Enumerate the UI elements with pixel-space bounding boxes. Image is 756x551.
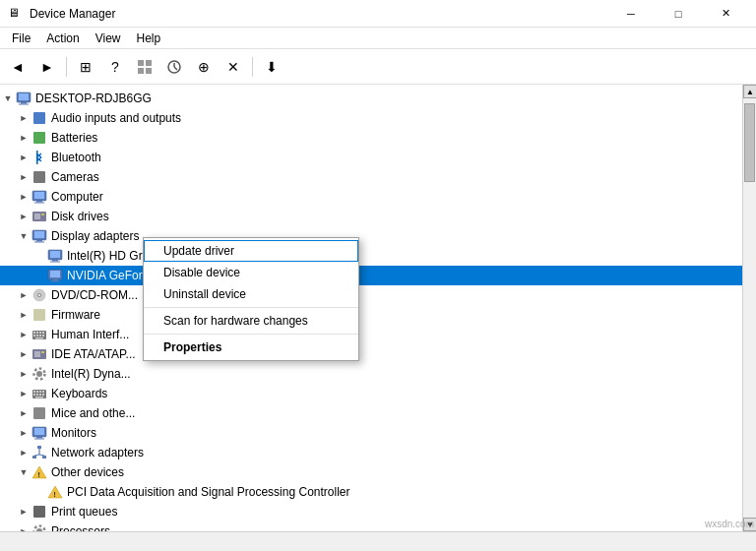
menu-item-file[interactable]: File	[4, 28, 38, 49]
tree-item-intel[interactable]: ►Intel(R) HD Graphics 520	[0, 246, 742, 266]
svg-rect-3	[146, 68, 152, 74]
tree-label-bluetooth: Bluetooth	[51, 151, 101, 164]
tree-icon-displayadapters	[32, 228, 47, 244]
menu-item-view[interactable]: View	[88, 28, 129, 49]
svg-rect-28	[36, 240, 42, 242]
svg-rect-0	[138, 60, 144, 66]
toolbar-back-button[interactable]: ◄	[4, 53, 32, 81]
tree-item-inteldyn[interactable]: ►Intel(R) Dyna...	[0, 364, 742, 384]
tree-expander-displayadapters[interactable]: ▼	[16, 228, 32, 244]
tree-expander-network[interactable]: ►	[16, 445, 32, 460]
tree-expander-printqueues[interactable]: ►	[16, 504, 32, 520]
tree-item-printqueues[interactable]: ►Print queues	[0, 502, 742, 521]
tree-item-computer[interactable]: ►Computer	[0, 187, 742, 207]
tree-item-nvidia[interactable]: ►NVIDIA GeForce 940M	[0, 266, 742, 285]
svg-rect-61	[42, 391, 44, 393]
tree-item-dvdcd[interactable]: ►DVD/CD-ROM...	[0, 285, 742, 305]
svg-point-55	[36, 371, 42, 377]
tree-expander-keyboards[interactable]: ►	[16, 386, 32, 401]
svg-rect-41	[33, 309, 45, 321]
tree-expander-ideata[interactable]: ►	[16, 346, 32, 362]
toolbar-download-button[interactable]: ⬇	[258, 53, 285, 81]
toolbar-grid-button[interactable]: ⊞	[72, 53, 99, 81]
tree-item-cameras[interactable]: ►Cameras	[0, 167, 742, 187]
tree-expander-monitors[interactable]: ►	[16, 425, 32, 441]
tree-item-batteries[interactable]: ►Batteries	[0, 128, 742, 148]
tree-label-inteldyn: Intel(R) Dyna...	[51, 367, 131, 381]
svg-text:!: !	[53, 490, 56, 499]
tree-icon-monitors	[32, 425, 47, 441]
tree-label-processors: Processors	[51, 524, 110, 531]
tree-item-monitors[interactable]: ►Monitors	[0, 423, 742, 443]
tree-expander-cameras[interactable]: ►	[16, 169, 32, 185]
tree-expander-processors[interactable]: ►	[16, 523, 32, 531]
tree-label-displayadapters: Display adapters	[51, 229, 139, 243]
context-menu: Update driverDisable deviceUninstall dev…	[143, 237, 359, 361]
tree-item-processors[interactable]: ►Processors	[0, 521, 742, 531]
toolbar-add-button[interactable]: ⊕	[190, 53, 218, 81]
scroll-up-button[interactable]: ▲	[743, 85, 756, 98]
context-menu-item-update[interactable]: Update driver	[144, 240, 358, 262]
tree-item-other[interactable]: ▼!Other devices	[0, 462, 742, 482]
toolbar-forward-button[interactable]: ►	[33, 53, 61, 81]
maximize-button[interactable]: □	[656, 0, 701, 28]
tree-expander-bluetooth[interactable]: ►	[16, 150, 32, 165]
tree-item-ideata[interactable]: ►IDE ATA/ATAP...	[0, 344, 742, 364]
tree-item-keyboards[interactable]: ►Keyboards	[0, 384, 742, 403]
svg-rect-60	[39, 391, 41, 393]
menu-item-help[interactable]: Help	[129, 28, 169, 49]
tree-item-displayadapters[interactable]: ▼Display adapters	[0, 226, 742, 246]
tree-icon-keyboards	[32, 386, 47, 401]
tree-icon-computer	[32, 189, 47, 205]
tree-expander-inteldyn[interactable]: ►	[16, 366, 32, 382]
tree-expander-audio[interactable]: ►	[16, 110, 32, 126]
svg-rect-12	[33, 132, 45, 144]
tree-item-root[interactable]: ▼DESKTOP-RDJB6GG	[0, 89, 742, 108]
svg-rect-20	[34, 192, 44, 199]
tree-item-humanintf[interactable]: ►Human Interf...	[0, 325, 742, 344]
tree-item-audio[interactable]: ►Audio inputs and outputs	[0, 108, 742, 128]
tree-expander-other[interactable]: ▼	[16, 464, 32, 480]
svg-rect-67	[33, 407, 45, 419]
close-button[interactable]: ✕	[703, 0, 748, 28]
tree-expander-computer[interactable]: ►	[16, 189, 32, 205]
context-menu-item-uninstall[interactable]: Uninstall device	[144, 283, 358, 305]
menu-item-action[interactable]: Action	[38, 28, 87, 49]
tree-label-batteries: Batteries	[51, 131, 97, 145]
tree-expander-root[interactable]: ▼	[0, 91, 16, 106]
toolbar-btn3[interactable]	[131, 53, 158, 81]
toolbar-btn4[interactable]	[160, 53, 188, 81]
device-tree[interactable]: ▼DESKTOP-RDJB6GG►Audio inputs and output…	[0, 85, 742, 531]
tree-icon-nvidia	[47, 268, 63, 283]
toolbar-remove-button[interactable]: ✕	[220, 53, 247, 81]
toolbar-help-button[interactable]: ?	[101, 53, 129, 81]
tree-expander-diskdrives[interactable]: ►	[16, 209, 32, 224]
minimize-button[interactable]: ─	[608, 0, 654, 28]
tree-item-bluetooth[interactable]: ►Bluetooth	[0, 148, 742, 167]
context-menu-item-disable[interactable]: Disable device	[144, 262, 358, 283]
context-sep-sep2	[144, 334, 358, 335]
tree-item-diskdrives[interactable]: ►Disk drives	[0, 207, 742, 226]
tree-label-humanintf: Human Interf...	[51, 328, 129, 341]
context-menu-item-properties[interactable]: Properties	[144, 337, 358, 358]
tree-icon-root	[16, 91, 32, 106]
tree-expander-batteries[interactable]: ►	[16, 130, 32, 146]
tree-expander-firmware[interactable]: ►	[16, 307, 32, 323]
svg-rect-53	[34, 351, 40, 357]
tree-icon-ideata	[32, 346, 47, 362]
tree-item-mice[interactable]: ►Mice and othe...	[0, 403, 742, 423]
tree-expander-mice[interactable]: ►	[16, 405, 32, 421]
tree-item-firmware[interactable]: ►Firmware	[0, 305, 742, 325]
context-menu-item-scan[interactable]: Scan for hardware changes	[144, 310, 358, 332]
tree-item-network[interactable]: ►Network adapters	[0, 443, 742, 462]
svg-rect-82	[33, 506, 45, 518]
scrollbar[interactable]: ▲ ▼	[742, 85, 756, 531]
scrollbar-thumb-area	[743, 98, 756, 518]
svg-rect-46	[42, 332, 44, 334]
svg-rect-47	[33, 335, 35, 337]
tree-item-pci[interactable]: ►!PCI Data Acquisition and Signal Proces…	[0, 482, 742, 502]
tree-expander-dvdcd[interactable]: ►	[16, 287, 32, 303]
scrollbar-thumb[interactable]	[744, 103, 755, 182]
svg-rect-48	[36, 335, 38, 337]
tree-expander-humanintf[interactable]: ►	[16, 327, 32, 342]
